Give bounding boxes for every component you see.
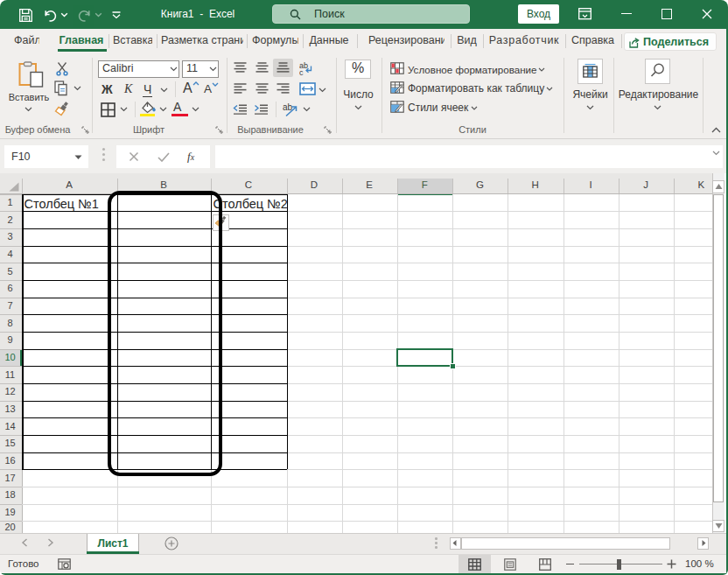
svg-text:c: c [299,68,304,76]
